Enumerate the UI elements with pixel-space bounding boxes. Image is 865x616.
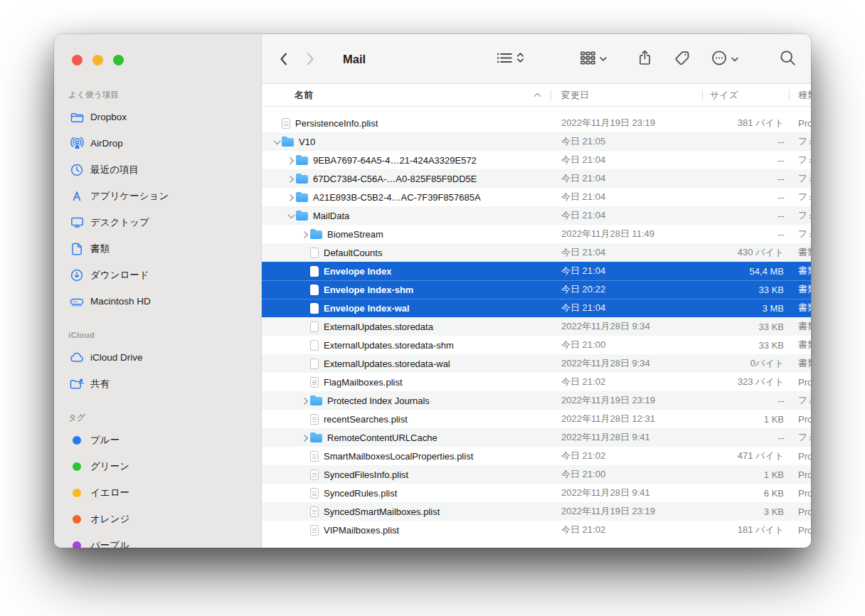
minimize-button[interactable] [92, 55, 103, 65]
file-name: Protected Index Journals [327, 395, 430, 406]
table-row[interactable]: SmartMailboxesLocalProperties.plist今日 21… [262, 447, 811, 465]
file-icon [310, 303, 319, 314]
sidebar-item-tag-blue[interactable]: ブルー [68, 427, 254, 453]
file-size: -- [703, 225, 790, 243]
disclosure-chevron-icon[interactable] [285, 173, 296, 184]
file-size: 1 KB [703, 465, 790, 484]
sidebar-item-tag-yellow[interactable]: イエロー [68, 479, 254, 506]
disclosure-chevron-icon[interactable] [299, 228, 310, 240]
table-row[interactable]: Envelope Index今日 21:0454,4 MB書類 [262, 262, 811, 280]
disclosure-placeholder [299, 321, 310, 332]
disclosure-chevron-icon[interactable] [285, 210, 296, 221]
sidebar-item-downloads[interactable]: ダウンロード [68, 262, 254, 288]
file-size: 471 バイト [703, 447, 790, 465]
chevron-up-down-icon [516, 52, 524, 66]
table-row[interactable]: ExternalUpdates.storedata-shm今日 21:0033 … [262, 336, 811, 354]
zoom-button[interactable] [113, 55, 124, 65]
table-row[interactable]: RemoteContentURLCache2022年11月28日 9:41--フ… [262, 428, 811, 447]
sidebar-item-documents[interactable]: 書類 [68, 235, 254, 262]
sidebar-item-macintosh-hd[interactable]: Macintosh HD [68, 288, 254, 314]
table-row[interactable]: A21E893B-C5B2-4…AC-7F39F857685A今日 21:04-… [262, 188, 811, 206]
table-row[interactable]: Protected Index Journals2022年11月19日 23:1… [262, 391, 811, 410]
view-options-button[interactable] [497, 51, 524, 66]
table-row[interactable]: 9EBA7697-64A5-4…21-424A3329E572今日 21:04-… [262, 151, 811, 169]
sidebar-item-desktop[interactable]: デスクトップ [68, 209, 254, 235]
table-row[interactable]: MailData今日 21:04--フォルダ [262, 206, 811, 225]
sidebar-item-shared[interactable]: 共有 [68, 371, 254, 397]
disclosure-placeholder [299, 524, 310, 536]
table-row[interactable]: DefaultCounts今日 21:04430 バイト書類 [262, 243, 811, 262]
sidebar-item-label: イエロー [90, 487, 129, 499]
file-kind: フォルダ [790, 225, 811, 243]
sidebar-item-tag-green[interactable]: グリーン [68, 453, 254, 479]
sidebar-item-recents[interactable]: 最近の項目 [68, 156, 254, 183]
column-header-size[interactable]: サイズ [703, 84, 790, 106]
folder-icon [70, 111, 84, 124]
group-grid-icon [580, 51, 595, 67]
sidebar-item-icloud-drive[interactable]: iCloud Drive [68, 344, 254, 371]
file-date-modified: 2022年11月19日 23:19 [551, 502, 703, 521]
group-button[interactable] [580, 51, 607, 67]
file-name: ExternalUpdates.storedata-shm [324, 340, 454, 351]
table-row[interactable]: recentSearches.plist2022年11月28日 12:311 K… [262, 410, 811, 428]
table-row[interactable]: Envelope Index-wal今日 21:043 MB書類 [262, 299, 811, 317]
share-button[interactable] [637, 50, 652, 68]
file-date-modified: 2022年11月28日 11:49 [551, 225, 703, 243]
table-row[interactable]: FlagMailboxes.plist今日 21:02323 バイトProper… [262, 373, 811, 391]
sidebar-item-dropbox[interactable]: Dropbox [68, 104, 254, 130]
disclosure-chevron-icon[interactable] [270, 136, 282, 147]
table-row[interactable]: PersistenceInfo.plist2022年11月19日 23:1938… [262, 114, 811, 132]
sidebar-item-applications[interactable]: アプリケーション [68, 183, 254, 209]
folder-icon [296, 156, 308, 165]
table-row[interactable]: Envelope Index-shm今日 20:2233 KB書類 [262, 280, 811, 299]
file-date-modified: 今日 21:04 [551, 262, 703, 280]
app-a-icon [70, 190, 84, 203]
file-kind: フォルダ [790, 391, 811, 410]
more-actions-button[interactable] [711, 50, 738, 68]
column-label: サイズ [710, 89, 738, 102]
tag-dot-icon [70, 460, 84, 473]
table-row[interactable]: SyncedRules.plist2022年11月28日 9:416 KBPro… [262, 484, 811, 502]
disclosure-chevron-icon[interactable] [285, 154, 296, 166]
disclosure-placeholder [299, 302, 310, 314]
file-name: SyncedFilesInfo.plist [324, 469, 408, 480]
column-header-date[interactable]: 変更日 [551, 84, 703, 106]
sidebar-item-tag-orange[interactable]: オレンジ [68, 506, 254, 532]
tag-dot-icon [70, 539, 84, 548]
table-row[interactable]: ExternalUpdates.storedata-wal2022年11月28日… [262, 354, 811, 373]
column-header-kind[interactable]: 種類 [790, 84, 811, 106]
sidebar-section: タグブルーグリーンイエローオレンジパープル [68, 411, 254, 548]
table-row[interactable]: VIPMailboxes.plist今日 21:02181 バイトPropert… [262, 521, 811, 539]
table-row[interactable]: SyncedSmartMailboxes.plist2022年11月19日 23… [262, 502, 811, 521]
table-row[interactable]: ExternalUpdates.storedata2022年11月28日 9:3… [262, 317, 811, 336]
forward-button[interactable] [306, 52, 315, 66]
plist-file-icon [310, 414, 319, 425]
back-button[interactable] [279, 52, 288, 66]
disclosure-chevron-icon[interactable] [285, 191, 296, 203]
tags-button[interactable] [674, 50, 690, 68]
file-date-modified: 今日 21:04 [551, 299, 703, 317]
sidebar-item-airdrop[interactable]: AirDrop [68, 130, 254, 156]
folder-icon [310, 434, 322, 442]
file-name: 67DC7384-C56A-…A0-825F85F9DD5E [313, 174, 477, 184]
file-name: PersistenceInfo.plist [295, 118, 378, 129]
sidebar-item-label: ブルー [90, 434, 120, 447]
table-row[interactable]: V10今日 21:05--フォルダ [262, 132, 811, 151]
table-row[interactable]: 67DC7384-C56A-…A0-825F85F9DD5E今日 21:04--… [262, 169, 811, 188]
disclosure-chevron-icon[interactable] [299, 432, 310, 443]
close-button[interactable] [72, 55, 83, 65]
table-row[interactable]: BiomeStream2022年11月28日 11:49--フォルダ [262, 225, 811, 243]
file-date-modified: 2022年11月19日 23:19 [551, 391, 703, 410]
file-date-modified: 今日 21:02 [551, 521, 703, 539]
file-kind: 書類 [790, 336, 811, 354]
file-date-modified: 2022年11月28日 9:34 [551, 317, 703, 336]
sidebar-item-label: 書類 [90, 243, 110, 255]
column-header-name[interactable]: 名前 [262, 84, 551, 106]
table-row[interactable]: SyncedFilesInfo.plist今日 21:001 KBPropert… [262, 465, 811, 484]
sidebar-section-title: タグ [68, 411, 254, 424]
file-date-modified: 今日 21:04 [551, 243, 703, 262]
disclosure-chevron-icon[interactable] [299, 395, 310, 406]
sidebar-item-tag-purple[interactable]: パープル [68, 532, 254, 548]
search-button[interactable] [780, 50, 796, 68]
file-date-modified: 今日 21:04 [551, 188, 703, 206]
